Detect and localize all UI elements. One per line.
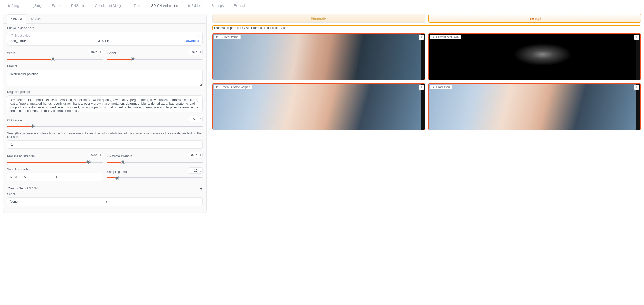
width-label: Width: [7, 51, 15, 55]
subtab-vid2vid[interactable]: vid2vid: [7, 14, 26, 24]
clear-file-button[interactable]: ✕: [197, 34, 199, 38]
tab-txt2video[interactable]: txt2video: [183, 1, 207, 10]
triangle-left-icon: ◀: [200, 186, 202, 190]
neg-prompt-label: Negative prompt: [7, 90, 203, 94]
tab-img2img[interactable]: img2img: [24, 1, 47, 10]
steps-label: Sampling steps: [107, 170, 128, 174]
download-icon[interactable]: ⬇: [634, 85, 639, 90]
svg-point-7: [433, 86, 433, 87]
preview-current-frame: Current frame ⬇: [212, 33, 425, 80]
fix-strength-label: Fix frame strength: [107, 154, 132, 158]
seed-label: Seed (this parameter controls how the fi…: [7, 132, 203, 139]
steps-input[interactable]: 15▲▼: [188, 167, 203, 174]
download-link[interactable]: Download: [185, 39, 199, 43]
steps-slider[interactable]: [107, 175, 203, 180]
upload-label: Put your video here: [7, 26, 203, 30]
tab-sd-cn-animation[interactable]: SD-CN-Animation: [146, 1, 183, 10]
controlnet-accordion[interactable]: ControlNet v1.1.134 ◀: [3, 184, 206, 192]
image-icon: [216, 35, 219, 39]
spinner-icon[interactable]: ▲▼: [198, 50, 202, 54]
subtab-txt2vid[interactable]: txt2vid: [26, 14, 45, 24]
spinner-icon[interactable]: ▲▼: [99, 153, 102, 157]
left-panel: vid2vid txt2vid Put your video here Inpu…: [3, 14, 207, 213]
download-icon[interactable]: ⬇: [634, 35, 639, 40]
tab-extras[interactable]: Extras: [47, 1, 66, 10]
image-icon: [432, 35, 435, 39]
proc-strength-slider[interactable]: [7, 160, 103, 164]
chevron-down-icon: ▼: [105, 200, 200, 203]
spinner-icon[interactable]: ▲▼: [99, 50, 102, 54]
generate-button[interactable]: Generate: [212, 14, 425, 23]
cfg-label: CFG scale: [7, 119, 22, 122]
tab-settings[interactable]: Settings: [207, 1, 229, 10]
status-text: Frames prepared: 11 / 51; Frames process…: [212, 25, 641, 30]
sampler-label: Sampling method: [7, 167, 103, 171]
image-icon: [216, 85, 219, 89]
spinner-icon[interactable]: ▲▼: [198, 169, 202, 172]
tab-txt2img[interactable]: txt2img: [3, 1, 24, 10]
fix-strength-slider[interactable]: [107, 160, 203, 164]
tab-checkpoint-merger[interactable]: Checkpoint Merger: [90, 1, 129, 10]
file-name: 229_s.mp4: [10, 39, 27, 43]
tab-pnginfo[interactable]: PNG Info: [66, 1, 90, 10]
height-input[interactable]: 576▲▼: [188, 49, 203, 55]
previews-grid: Current frame ⬇ Current occlusion ⬇ Prev…: [212, 33, 641, 133]
file-icon: [10, 34, 14, 37]
cfg-input[interactable]: 5.5▲▼: [188, 116, 203, 122]
subtabs: vid2vid txt2vid: [3, 14, 206, 24]
file-input-box[interactable]: Input video ✕ 229_s.mp4 315.1 KB Downloa…: [7, 32, 203, 46]
script-select[interactable]: None▼: [7, 197, 203, 206]
height-slider[interactable]: [107, 57, 203, 61]
svg-point-5: [217, 86, 218, 87]
prompt-label: Prompt: [7, 64, 203, 68]
file-size: 315.1 KB: [98, 39, 111, 43]
proc-strength-input[interactable]: 0.85▲▼: [88, 152, 103, 158]
main-tabs: txt2img img2img Extras PNG Info Checkpoi…: [3, 1, 641, 10]
chevron-down-icon: ▼: [55, 175, 100, 179]
tab-train[interactable]: Train: [129, 1, 146, 10]
preview-processed: Processed ⬇: [428, 83, 641, 130]
file-box-label: Input video: [15, 34, 31, 38]
width-input[interactable]: 1024▲▼: [88, 49, 103, 55]
fix-strength-input[interactable]: 0.15▲▼: [188, 152, 203, 158]
proc-strength-label: Processing strength: [7, 154, 35, 158]
preview-prev-warped: Previous frame warped ⬇: [212, 83, 425, 130]
spinner-icon[interactable]: ▲▼: [198, 117, 202, 121]
image-icon: [432, 85, 435, 89]
prompt-input[interactable]: [7, 70, 203, 86]
preview-current-occlusion: Current occlusion ⬇: [428, 33, 641, 80]
tab-extensions[interactable]: Extensions: [229, 1, 255, 10]
spinner-icon[interactable]: ▲▼: [198, 153, 202, 157]
script-label: Script: [7, 192, 203, 196]
sampler-select[interactable]: DPM++ 2S a▼: [7, 173, 103, 181]
cfg-slider[interactable]: [7, 124, 203, 128]
width-slider[interactable]: [7, 57, 103, 61]
svg-point-1: [217, 36, 218, 37]
seed-input[interactable]: -1▲▼: [7, 140, 203, 149]
interrupt-button[interactable]: Interrupt: [428, 14, 641, 23]
height-label: Height: [107, 51, 116, 55]
download-icon[interactable]: ⬇: [419, 85, 424, 90]
download-icon[interactable]: ⬇: [419, 35, 424, 40]
neg-prompt-input[interactable]: [7, 95, 203, 112]
svg-point-3: [433, 36, 433, 37]
spinner-icon[interactable]: ▲▼: [196, 143, 200, 146]
